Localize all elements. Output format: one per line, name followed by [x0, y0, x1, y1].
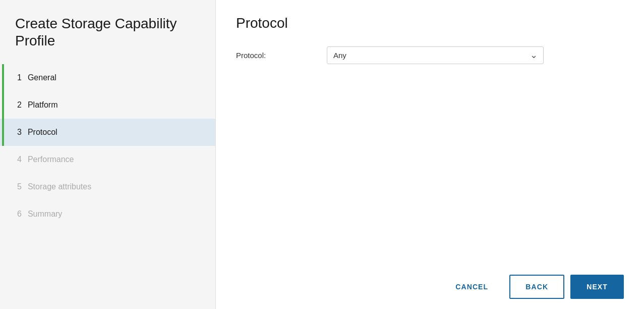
nav-number-2: 2 [17, 100, 22, 110]
page-title: Create Storage Capability Profile [0, 15, 215, 64]
next-button[interactable]: NEXT [570, 275, 624, 299]
nav-label-summary: Summary [28, 210, 62, 219]
back-button[interactable]: BACK [509, 275, 564, 299]
nav-label-general: General [28, 73, 56, 82]
cancel-button[interactable]: CANCEL [440, 276, 503, 298]
protocol-label: Protocol: [236, 51, 327, 60]
sidebar-item-platform[interactable]: 2 Platform [0, 91, 215, 119]
sidebar-item-summary: 6 Summary [0, 200, 215, 228]
sidebar-item-performance: 4 Performance [0, 146, 215, 173]
sidebar-item-protocol[interactable]: 3 Protocol [0, 119, 215, 146]
nav-label-protocol: Protocol [28, 128, 57, 137]
nav-number-1: 1 [17, 73, 22, 82]
sidebar: Create Storage Capability Profile 1 Gene… [0, 0, 216, 309]
sidebar-item-storage-attributes: 5 Storage attributes [0, 173, 215, 200]
footer-buttons: CANCEL BACK NEXT [440, 275, 624, 299]
protocol-select-wrapper: Any FC iSCSI NFS VMFS [327, 46, 544, 64]
nav-list: 1 General 2 Platform 3 Protocol 4 Perfor… [0, 64, 215, 309]
protocol-select[interactable]: Any FC iSCSI NFS VMFS [327, 46, 544, 64]
protocol-form-row: Protocol: Any FC iSCSI NFS VMFS [236, 46, 624, 64]
sidebar-item-general[interactable]: 1 General [0, 64, 215, 91]
nav-number-4: 4 [17, 155, 22, 164]
nav-number-5: 5 [17, 182, 22, 191]
nav-label-performance: Performance [28, 155, 74, 164]
nav-label-storage-attributes: Storage attributes [28, 182, 91, 191]
section-title: Protocol [236, 15, 624, 31]
nav-number-3: 3 [17, 128, 22, 137]
nav-number-6: 6 [17, 210, 22, 219]
main-content: Protocol Protocol: Any FC iSCSI NFS VMFS… [216, 0, 644, 309]
nav-label-platform: Platform [28, 100, 58, 110]
